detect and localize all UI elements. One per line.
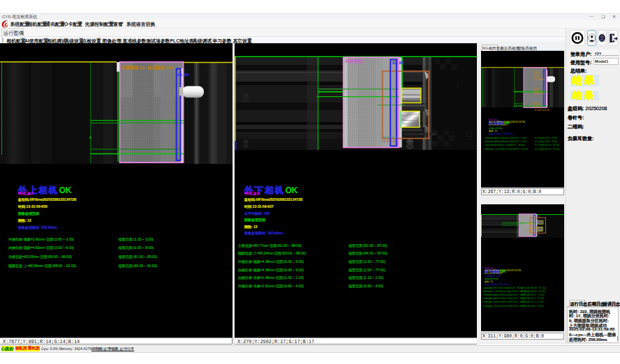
svg-text:23. 88: 23. 88 (392, 60, 405, 65)
svg-text:52.a03.4a: 52.a03.4a (534, 77, 544, 80)
svg-text:计算阈值:93, 动态阈值:100: 计算阈值:93, 动态阈值:100 (121, 65, 174, 70)
svg-text:AI检测框: AI检测框 (345, 59, 363, 64)
svg-text:52.a03.4a: 52.a03.4a (529, 227, 538, 229)
svg-text:52.a03.4a,0.48: 52.a03.4a,0.48 (534, 109, 549, 112)
svg-text:4a,0.48: 4a,0.48 (527, 230, 534, 233)
svg-text:23. 88: 23. 88 (177, 72, 190, 77)
svg-text:╈23.88: ╈23.88 (526, 222, 534, 225)
svg-text:NL:N (L.5): NL:N (L.5) (383, 139, 396, 143)
svg-text:53.a07.4a: 53.a07.4a (534, 92, 544, 95)
